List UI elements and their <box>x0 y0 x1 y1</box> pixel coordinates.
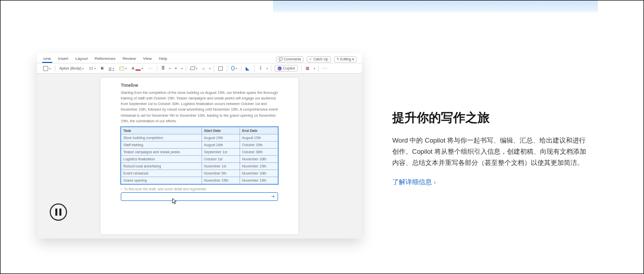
tab-view[interactable]: View <box>142 55 153 63</box>
comment-icon <box>279 57 283 61</box>
chevron-down-icon: ▾ <box>113 66 114 70</box>
copilot-prompt-input[interactable]: ➜ <box>121 192 278 201</box>
doc-body-paragraph: Starting from the completion of the stor… <box>121 90 278 124</box>
card-button[interactable] <box>217 66 224 71</box>
table-cell: November 10th <box>240 169 278 177</box>
tab-references[interactable]: References <box>94 55 117 63</box>
doc-heading: Timeline <box>121 83 278 88</box>
mic-icon <box>231 66 234 71</box>
chevron-down-icon: ▾ <box>142 66 143 70</box>
document-page: Timeline Starting from the completion of… <box>100 78 298 234</box>
table-style-button[interactable] <box>304 65 311 71</box>
tab-help[interactable]: Help <box>158 55 168 63</box>
eraser-icon <box>189 66 195 70</box>
table-cell: Robust local advertising <box>121 162 202 169</box>
pencil-icon <box>336 57 340 61</box>
back-arrow-icon[interactable]: ‹ <box>121 187 122 191</box>
copilot-button[interactable]: Copilot <box>275 65 298 72</box>
font-family-select[interactable]: Aptos (Body)▾ <box>58 65 85 71</box>
table-cell: Event rehearsal <box>121 169 202 177</box>
table-cell: Teaser campaigns and sneak peeks <box>121 148 202 155</box>
table-row: Event rehearsalNovember 5thNovember 10th <box>121 169 278 177</box>
tab-insert[interactable]: Insert <box>57 55 70 63</box>
table-cell: August 15th <box>240 134 278 141</box>
copilot-label: Copilot <box>283 66 295 71</box>
table-cell: November 15th <box>240 177 278 184</box>
chevron-down-icon: ▾ <box>94 66 96 70</box>
table-row: Robust local advertisingNovember 1stNove… <box>121 162 278 169</box>
tab-home[interactable]: ome <box>42 55 52 63</box>
chevron-down-icon: ▾ <box>49 66 51 70</box>
pause-bar-icon <box>55 209 57 216</box>
promo-description: Word 中的 Copilot 将与你一起书写、编辑、汇总、给出建议和进行创作。… <box>392 135 592 168</box>
table-cell: October 1st <box>202 155 240 162</box>
table-row: Staff trainingAugust 16thOctober 15th <box>121 141 278 148</box>
chevron-down-icon: ▾ <box>235 66 237 70</box>
video-pause-button[interactable] <box>50 203 67 221</box>
send-icon[interactable]: ➜ <box>271 194 275 199</box>
copilot-icon <box>278 66 282 71</box>
editing-label: Editing <box>341 57 351 61</box>
catchup-button[interactable]: Catch Up <box>307 56 330 62</box>
th-start: Start Date <box>202 127 240 134</box>
find-button[interactable] <box>201 65 206 71</box>
font-color-swatch <box>135 70 141 71</box>
table-cell: September 1st <box>202 148 240 155</box>
chevron-down-icon: ▾ <box>196 66 197 70</box>
timeline-table: Task Start Date End Date Store building … <box>121 127 278 184</box>
table-cell: October 30th <box>240 148 278 155</box>
word-app-screenshot: ome Insert Layout References Review View… <box>37 53 362 238</box>
chevron-down-icon: ▾ <box>314 66 315 70</box>
underline-button[interactable]: U▾ <box>108 65 115 71</box>
tab-review[interactable]: Review <box>122 55 137 63</box>
dictate-button[interactable]: ▾ <box>230 65 238 71</box>
comments-label: Comments <box>284 57 301 61</box>
clear-format-button[interactable]: ▾ <box>189 66 198 71</box>
insert-button[interactable] <box>258 65 263 71</box>
chevron-down-icon: ▾ <box>266 66 268 70</box>
table-cell: November 1st <box>202 162 240 169</box>
editing-mode-button[interactable]: Editing▾ <box>334 56 357 62</box>
font-family-label: Aptos (Body) <box>59 66 81 71</box>
table-cell: August 16th <box>202 141 240 148</box>
pause-bar-icon <box>59 209 61 216</box>
table-cell: November 5th <box>202 169 240 177</box>
chevron-right-icon: › <box>434 179 436 185</box>
mouse-cursor-icon <box>172 198 177 205</box>
font-color-button[interactable]: A▾ <box>131 65 144 71</box>
highlight-icon <box>119 66 124 71</box>
table-cell: August 15th <box>202 134 240 141</box>
pen-icon <box>246 66 250 71</box>
comments-button[interactable]: Comments <box>276 56 304 62</box>
more-font-button[interactable]: ··· <box>147 65 154 71</box>
learn-more-label: 了解详细信息 <box>392 178 432 187</box>
highlight-button[interactable]: ▾ <box>118 66 128 71</box>
font-size-label: 11 <box>89 66 93 71</box>
th-task: Task <box>121 127 202 134</box>
clipboard-icon <box>43 66 48 71</box>
table-cell: Logistics finalization <box>121 155 202 162</box>
table-cell: Grand opening <box>121 177 202 184</box>
bold-button[interactable]: B <box>100 65 105 71</box>
overflow-button[interactable]: ··· <box>322 65 328 71</box>
table-row: Store building completionAugust 15thAugu… <box>121 134 278 141</box>
chevron-down-icon: ▾ <box>125 66 127 70</box>
copilot-hint-text: To fine-tune the draft, add some detail … <box>124 187 206 191</box>
learn-more-link[interactable]: 了解详细信息 › <box>392 178 592 187</box>
clipboard-button[interactable]: ▾ <box>42 65 52 72</box>
table-row: Grand openingNovember 15thNovember 15th <box>121 177 278 184</box>
font-size-select[interactable]: 11▾ <box>88 65 96 71</box>
copilot-hint-row: ‹ To fine-tune the draft, add some detai… <box>121 187 278 191</box>
chevron-down-icon: ▾ <box>181 66 183 70</box>
bullets-button[interactable] <box>160 65 166 71</box>
table-cell: November 10th <box>240 155 278 162</box>
th-end: End Date <box>240 127 278 134</box>
table-row: Logistics finalizationOctober 1stNovembe… <box>121 155 278 162</box>
table-cell: November 15th <box>240 162 278 169</box>
font-color-label: A <box>132 66 134 71</box>
check-icon <box>309 57 312 61</box>
tab-layout[interactable]: Layout <box>75 55 89 63</box>
promo-panel: 提升你的写作之旅 Word 中的 Copilot 将与你一起书写、编辑、汇总、给… <box>392 53 607 243</box>
align-button[interactable] <box>174 65 178 71</box>
pen-button[interactable] <box>245 65 251 71</box>
